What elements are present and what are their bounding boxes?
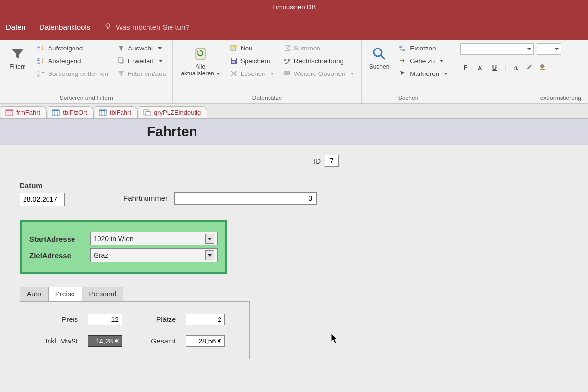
goto-icon — [399, 57, 407, 65]
delete-icon — [230, 70, 238, 77]
chevron-down-icon — [555, 48, 559, 50]
svg-text:ac: ac — [402, 49, 405, 51]
subtab-personal[interactable]: Personal — [82, 287, 123, 301]
menu-bar: Daten Datenbanktools Was möchten Sie tun… — [0, 14, 588, 40]
zieladresse-label: ZielAdresse — [29, 251, 83, 260]
chevron-down-icon — [442, 70, 448, 77]
bold-button[interactable]: F — [460, 64, 470, 71]
chevron-down-icon — [214, 70, 220, 77]
advanced-filter-icon — [117, 57, 125, 65]
gesamt-field[interactable] — [186, 335, 225, 347]
address-box: StartAdresse 1020 in Wien ZielAdresse Gr… — [20, 220, 227, 274]
chevron-down-icon — [156, 45, 162, 52]
preis-field[interactable] — [88, 314, 122, 325]
chevron-down-icon — [157, 57, 163, 65]
tell-me-search[interactable]: Was möchten Sie tun? — [104, 23, 189, 32]
underline-button[interactable]: U — [490, 64, 499, 71]
svg-text:Z: Z — [37, 48, 40, 52]
svg-rect-9 — [196, 48, 205, 60]
more-options-button[interactable]: Weitere Optionen — [281, 69, 356, 78]
save-button[interactable]: Speichern — [228, 56, 276, 66]
svg-rect-29 — [99, 110, 106, 111]
startadresse-combo[interactable]: 1020 in Wien — [90, 232, 218, 245]
id-field[interactable] — [325, 155, 339, 167]
new-record-button[interactable]: Neu — [228, 43, 276, 53]
tab-tblplzort[interactable]: tblPlzOrt — [48, 106, 94, 118]
font-size-combo[interactable] — [537, 43, 561, 55]
funnel-icon — [10, 46, 25, 62]
save-icon — [230, 57, 238, 65]
subtab-bar: Auto Preise Personal — [20, 287, 568, 301]
remove-sort-button[interactable]: AZ Sortierung entfernen — [35, 69, 110, 78]
refresh-all-button[interactable]: Alle aktualisieren — [178, 43, 222, 80]
sort-descending-button[interactable]: ZA Absteigend — [35, 56, 110, 66]
svg-rect-34 — [146, 111, 150, 112]
select-button[interactable]: Markieren — [397, 69, 450, 78]
table-icon — [99, 109, 107, 116]
highlight-icon[interactable] — [526, 63, 534, 72]
plaetze-field[interactable] — [186, 314, 225, 325]
svg-point-11 — [234, 45, 237, 48]
form-title: Fahrten — [0, 119, 588, 145]
totals-button[interactable]: Summen — [281, 43, 356, 53]
subtab-auto[interactable]: Auto — [20, 287, 49, 301]
mwst-label: Inkl. MwSt — [34, 337, 78, 345]
svg-rect-13 — [232, 58, 236, 60]
spellcheck-icon: ABC — [283, 57, 291, 65]
query-icon — [143, 109, 151, 116]
toggle-filter-button[interactable]: Filter ein/aus — [115, 69, 168, 78]
remove-sort-icon: AZ — [37, 70, 45, 77]
sort-ascending-button[interactable]: AZ Aufsteigend — [35, 43, 110, 53]
svg-rect-25 — [52, 110, 59, 111]
tell-me-placeholder: Was möchten Sie tun? — [116, 23, 189, 31]
font-color-button[interactable]: A — [511, 64, 521, 72]
subtab-preise[interactable]: Preise — [49, 287, 82, 301]
sigma-icon — [283, 44, 291, 52]
tab-frmfahrt[interactable]: frmFahrt — [1, 106, 47, 118]
svg-rect-17 — [284, 74, 290, 75]
delete-button[interactable]: Löschen — [228, 69, 276, 78]
font-name-combo[interactable] — [460, 43, 534, 55]
svg-point-0 — [106, 24, 110, 27]
tab-qryplzeindeutig[interactable]: qryPLZEindeutig — [139, 106, 207, 118]
mwst-field[interactable] — [88, 335, 122, 347]
svg-rect-1 — [107, 27, 109, 29]
svg-rect-14 — [232, 61, 235, 63]
sort-desc-icon: ZA — [37, 57, 45, 65]
fahrtnummer-label: Fahrtnummer — [123, 194, 168, 202]
selection-filter-button[interactable]: Auswahl — [115, 43, 168, 53]
filter-button[interactable]: Filtern — [5, 43, 30, 74]
cursor-icon — [399, 70, 407, 77]
group-label-records: Datensätze — [178, 94, 356, 101]
find-button[interactable]: Suchen — [367, 43, 392, 74]
ribbon: Filtern AZ Aufsteigend ZA Absteigend AZ … — [0, 40, 588, 104]
tab-tblfahrt[interactable]: tblFahrt — [95, 106, 138, 118]
sort-asc-icon: AZ — [37, 44, 45, 52]
group-label-text-format: Textformatierung — [460, 94, 583, 101]
menu-daten[interactable]: Daten — [6, 23, 25, 31]
italic-button[interactable]: K — [475, 64, 485, 72]
chevron-down-icon — [438, 57, 443, 65]
form-icon — [5, 109, 13, 116]
fill-color-icon[interactable] — [539, 63, 546, 72]
funnel-toggle-icon — [117, 70, 125, 77]
spellcheck-button[interactable]: ABC Rechtschreibung — [281, 56, 356, 66]
ribbon-group-find: Suchen abac Ersetzen Gehe zu Markieren — [362, 40, 456, 103]
group-label-sort-filter: Sortieren und Filtern — [5, 94, 168, 101]
title-bar: Limousinen DB — [0, 0, 588, 14]
goto-button[interactable]: Gehe zu — [397, 56, 450, 66]
zieladresse-combo[interactable]: Graz — [90, 248, 218, 262]
replace-button[interactable]: abac Ersetzen — [397, 43, 450, 53]
advanced-filter-button[interactable]: Erweitert — [115, 56, 168, 66]
table-icon — [52, 109, 60, 116]
menu-datenbanktools[interactable]: Datenbanktools — [39, 23, 90, 31]
subtab-panel-preise: Preis Plätze Inkl. MwSt Gesamt — [20, 301, 250, 359]
ribbon-group-text-format: F K U | A Textformatierung — [455, 40, 588, 103]
datum-field[interactable] — [20, 193, 65, 206]
startadresse-label: StartAdresse — [29, 235, 83, 243]
svg-text:A: A — [37, 61, 40, 65]
new-icon — [230, 44, 238, 52]
gesamt-label: Gesamt — [132, 337, 176, 345]
fahrtnummer-field[interactable] — [174, 192, 317, 205]
svg-point-18 — [374, 49, 382, 56]
